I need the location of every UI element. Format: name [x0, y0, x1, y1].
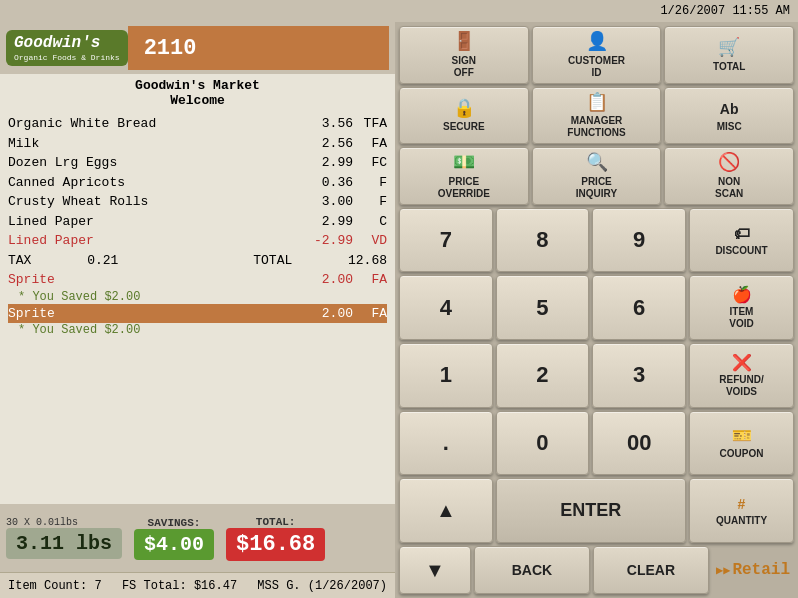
secure-button[interactable]: SECURE: [399, 87, 529, 145]
datetime: 1/26/2007 11:55 AM: [660, 4, 790, 18]
num6-button[interactable]: 6: [592, 275, 686, 340]
misc-icon: [720, 98, 739, 120]
enter-button[interactable]: ENTER: [496, 478, 686, 543]
receipt-item-1: Organic White Bread 3.56 TFA: [8, 114, 387, 134]
signoff-icon: 🚪: [453, 31, 475, 53]
bottom-func-row: ▼ BACK CLEAR Retail: [399, 546, 794, 594]
total-value: $16.68: [226, 528, 325, 561]
fs-total-label: FS Total:: [122, 579, 187, 593]
receipt-tax-row: TAX 0.21 TOTAL 12.68: [8, 251, 387, 271]
clear-button[interactable]: CLEAR: [593, 546, 709, 594]
item-count-label: Item Count:: [8, 579, 87, 593]
receipt-item-5: Crusty Wheat Rolls 3.00 F: [8, 192, 387, 212]
total-label: TOTAL:: [256, 516, 296, 528]
total-button[interactable]: TOTAL: [664, 26, 794, 84]
quantity-button[interactable]: QUANTITY: [689, 478, 794, 543]
item-void-button[interactable]: ITEM VOID: [689, 275, 794, 340]
fs-total-value: $16.47: [194, 579, 237, 593]
ss-retail-text: Retail: [732, 561, 790, 579]
side-func-col: DISCOUNT ITEM VOID REFUND/ VOIDS COUPON …: [689, 208, 794, 543]
price-inquiry-icon: [586, 152, 608, 174]
dot-button[interactable]: .: [399, 411, 493, 476]
coupon-icon: [732, 426, 752, 445]
num9-button[interactable]: 9: [592, 208, 686, 273]
item-count-value: 7: [94, 579, 101, 593]
manager-functions-label: MANAGER FUNCTIONS: [567, 115, 625, 139]
secure-label: SECURE: [443, 121, 485, 133]
ss-retail-icon: [716, 561, 730, 579]
up-button[interactable]: ▲: [399, 478, 493, 543]
tax-amount: 0.21: [87, 251, 118, 271]
refund-voids-button[interactable]: REFUND/ VOIDS: [689, 343, 794, 408]
coupon-button[interactable]: COUPON: [689, 411, 794, 476]
clear-label: CLEAR: [627, 562, 675, 579]
savings-label: SAVINGS:: [148, 517, 201, 529]
receipt-sprite-1-label: Sprite 2.00 FA: [8, 270, 387, 290]
receipt-item-promo: Lined Paper -2.99 VD: [8, 231, 387, 251]
non-scan-button[interactable]: NON SCAN: [664, 147, 794, 205]
mss-info: MSS G. (1/26/2007): [257, 579, 387, 593]
total-section: TOTAL: $16.68: [226, 516, 325, 561]
item-void-label: ITEM VOID: [729, 306, 753, 330]
customer-id-label: CUSTOMER ID: [568, 55, 625, 79]
back-label: BACK: [512, 562, 552, 579]
price-override-icon: 💵: [453, 152, 475, 174]
weight-section: 30 X 0.01lbs 3.11 lbs: [6, 517, 122, 559]
brand-sub: Organic Foods & Drinks: [14, 53, 120, 63]
numpad-area: 7 8 9 4 5 6 1 2 3 . 0 00 ▲ ENTER: [399, 208, 794, 543]
item-void-icon: [732, 285, 752, 304]
num1-button[interactable]: 1: [399, 343, 493, 408]
right-panel: 🚪 SIGN OFF CUSTOMER ID TOTAL SECURE 📋 MA…: [395, 22, 798, 598]
numpad-grid: 7 8 9 4 5 6 1 2 3 . 0 00 ▲ ENTER: [399, 208, 686, 543]
receipt-item-4: Canned Apricots 0.36 F: [8, 173, 387, 193]
non-scan-label: NON SCAN: [715, 176, 743, 200]
savings-value: $4.00: [134, 529, 214, 560]
total-icon: [718, 37, 740, 59]
misc-label: MISC: [717, 121, 742, 133]
bottom-bar: 30 X 0.01lbs 3.11 lbs SAVINGS: $4.00 TOT…: [0, 504, 395, 572]
receipt-area: Goodwin's Market Welcome Organic White B…: [0, 74, 395, 504]
num3-button[interactable]: 3: [592, 343, 686, 408]
status-bar: Item Count: 7 FS Total: $16.47 MSS G. (1…: [0, 572, 395, 598]
receipt-sprite-1-savings: * You Saved $2.00: [18, 290, 387, 304]
price-override-label: PRICE OVERRIDE: [438, 176, 490, 200]
double-zero-button[interactable]: 00: [592, 411, 686, 476]
discount-icon: [734, 224, 750, 243]
num0-button[interactable]: 0: [496, 411, 590, 476]
receipt-item-3: Dozen Lrg Eggs 2.99 FC: [8, 153, 387, 173]
quantity-icon: [738, 494, 746, 513]
discount-button[interactable]: DISCOUNT: [689, 208, 794, 273]
left-panel: Goodwin's Organic Foods & Drinks 2110 Go…: [0, 22, 395, 598]
func-row-1: 🚪 SIGN OFF CUSTOMER ID TOTAL: [399, 26, 794, 84]
manager-functions-button[interactable]: 📋 MANAGER FUNCTIONS: [532, 87, 662, 145]
func-row-3: 💵 PRICE OVERRIDE PRICE INQUIRY NON SCAN: [399, 147, 794, 205]
num7-button[interactable]: 7: [399, 208, 493, 273]
price-inquiry-label: PRICE INQUIRY: [576, 176, 617, 200]
sign-off-label: SIGN OFF: [452, 55, 476, 79]
quantity-label: QUANTITY: [716, 515, 767, 527]
logo-box: Goodwin's Organic Foods & Drinks: [6, 30, 128, 67]
savings-section: SAVINGS: $4.00: [134, 517, 214, 560]
sign-off-button[interactable]: 🚪 SIGN OFF: [399, 26, 529, 84]
ss-retail-logo: Retail: [712, 557, 794, 583]
receipt-sprite-2-label: Sprite 2.00 FA: [8, 304, 387, 324]
weight-value: 3.11 lbs: [6, 528, 122, 559]
refund-voids-label: REFUND/ VOIDS: [719, 374, 763, 398]
price-override-button[interactable]: 💵 PRICE OVERRIDE: [399, 147, 529, 205]
num8-button[interactable]: 8: [496, 208, 590, 273]
down-button[interactable]: ▼: [399, 546, 471, 594]
total-inline-amount: 12.68: [348, 251, 387, 271]
misc-button[interactable]: MISC: [664, 87, 794, 145]
total-inline-label: TOTAL: [253, 251, 292, 271]
brand-name: Goodwin's: [14, 34, 120, 53]
price-inquiry-button[interactable]: PRICE INQUIRY: [532, 147, 662, 205]
item-count-area: Item Count: 7: [8, 579, 102, 593]
num2-button[interactable]: 2: [496, 343, 590, 408]
non-scan-icon: [718, 152, 740, 174]
num5-button[interactable]: 5: [496, 275, 590, 340]
num4-button[interactable]: 4: [399, 275, 493, 340]
tax-label: TAX: [8, 251, 31, 271]
receipt-item-6: Lined Paper 2.99 C: [8, 212, 387, 232]
back-button[interactable]: BACK: [474, 546, 590, 594]
customer-id-button[interactable]: CUSTOMER ID: [532, 26, 662, 84]
